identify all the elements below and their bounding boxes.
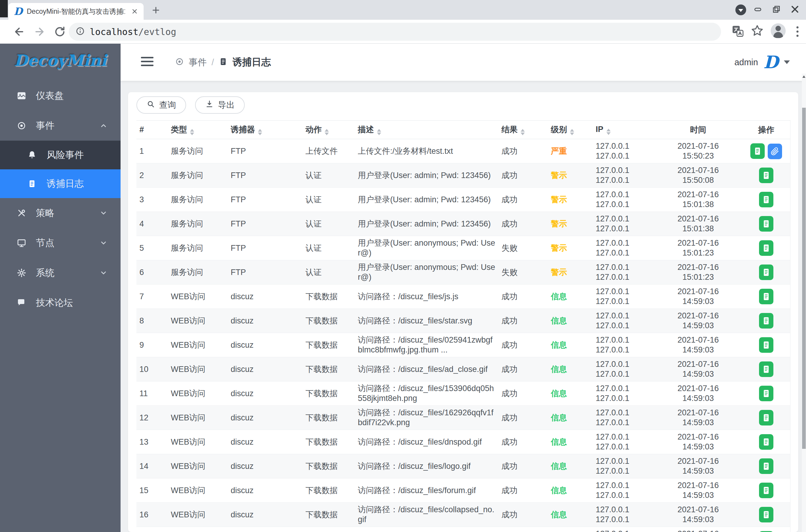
cell-ip: 127.0.0.1127.0.0.1 (593, 236, 654, 260)
cell-num: 9 (136, 333, 168, 357)
view-detail-button[interactable] (759, 410, 773, 425)
cell-ops (742, 139, 790, 164)
column-header-num: # (136, 120, 168, 139)
chevron-down-icon (100, 269, 108, 277)
cell-desc: 访问路径：/discuz_files/dnspod.gif (355, 430, 498, 454)
table-row: 5服务访问FTP认证用户登录(User: anonymous; Pwd: Use… (136, 236, 790, 260)
browser-tab[interactable]: D DecoyMini-智能仿真与攻击诱捕□ (8, 3, 143, 20)
view-detail-button[interactable] (759, 313, 773, 328)
cell-level: 信息 (548, 381, 593, 406)
view-detail-button[interactable] (759, 216, 773, 232)
sort-icon[interactable] (325, 129, 329, 135)
query-button[interactable]: 查询 (136, 96, 186, 114)
profile-avatar[interactable] (771, 23, 786, 38)
minimize-button[interactable] (749, 2, 767, 17)
cell-trap: discuz (228, 406, 303, 430)
user-menu[interactable]: admin D (734, 44, 790, 81)
view-detail-button[interactable] (759, 337, 773, 353)
scrollbar-up-arrow[interactable] (802, 75, 805, 78)
forward-icon[interactable] (34, 26, 45, 39)
view-detail-button[interactable] (759, 458, 773, 474)
column-header-trap[interactable]: 诱捕器 (228, 120, 303, 139)
cell-ops (742, 381, 790, 406)
back-icon[interactable] (13, 26, 25, 39)
cell-ops (742, 454, 790, 478)
view-detail-button[interactable] (759, 192, 773, 207)
sidebar-item-dashboard[interactable]: 仪表盘 (0, 81, 120, 111)
column-header-type[interactable]: 类型 (168, 120, 228, 139)
column-header-desc[interactable]: 描述 (355, 120, 498, 139)
cell-result: 成功 (498, 527, 548, 532)
view-detail-button[interactable] (759, 434, 773, 450)
column-header-level[interactable]: 级别 (548, 120, 593, 139)
breadcrumb-section[interactable]: 事件 (189, 56, 207, 69)
sidebar-item-system[interactable]: 系统 (0, 258, 120, 288)
translate-icon[interactable] (731, 24, 744, 38)
target-icon (17, 121, 27, 131)
sort-icon[interactable] (377, 129, 381, 135)
sidebar-item-trap-logs[interactable]: 诱捕日志 (0, 169, 120, 198)
cell-action: 下载数据 (303, 503, 355, 527)
sort-icon[interactable] (521, 129, 525, 135)
cell-ip: 127.0.0.1127.0.0.1 (593, 454, 654, 478)
view-detail-button[interactable] (759, 507, 773, 522)
view-detail-button[interactable] (750, 143, 765, 159)
column-header-ops: 操作 (742, 120, 790, 139)
view-detail-button[interactable] (759, 168, 773, 183)
sort-icon[interactable] (258, 129, 262, 135)
cell-ops (742, 236, 790, 260)
level-badge: 警示 (551, 219, 567, 228)
sort-icon[interactable] (607, 129, 611, 135)
sort-icon[interactable] (570, 129, 574, 135)
content-card: 查询 导出 #类型诱捕器动作描述结果级别IP时间操作 1服务访问FTP上传文件上… (128, 92, 798, 532)
reload-icon[interactable] (54, 26, 66, 39)
cell-desc: 上传文件:/业务材料/test.txt (355, 139, 498, 164)
cell-num: 13 (136, 430, 168, 454)
scrollbar-thumb[interactable] (802, 108, 806, 449)
cell-action: 下载数据 (303, 309, 355, 333)
view-detail-button[interactable] (759, 386, 773, 401)
column-header-result[interactable]: 结果 (498, 120, 548, 139)
cell-time: 2021-07-1614:59:03 (654, 333, 742, 357)
cell-result: 成功 (498, 212, 548, 236)
table-row: 12WEB访问discuz下载数据访问路径：/discuz_files/1629… (136, 406, 790, 430)
cell-desc: 访问路径：/discuz_files/153906dq05h558jkjmt8e… (355, 381, 498, 406)
cell-ops (742, 164, 790, 188)
bookmark-star-icon[interactable] (750, 24, 764, 38)
screen: D DecoyMini-智能仿真与攻击诱捕□ localhost/evtlog (0, 0, 806, 532)
sidebar-toggle-icon[interactable] (141, 57, 153, 66)
level-badge: 信息 (551, 389, 567, 398)
sidebar-item-strategy[interactable]: 策略 (0, 198, 120, 228)
browser-menu-icon[interactable] (797, 26, 799, 37)
cell-ip: 127.0.0.1127.0.0.1 (593, 381, 654, 406)
sidebar-item-nodes[interactable]: 节点 (0, 228, 120, 258)
view-detail-button[interactable] (759, 289, 773, 304)
sidebar-item-events[interactable]: 事件 (0, 111, 120, 140)
column-header-action[interactable]: 动作 (303, 120, 355, 139)
sidebar-item-risk-events[interactable]: 风险事件 (0, 140, 120, 169)
close-button[interactable] (786, 2, 804, 17)
cell-action: 下载数据 (303, 333, 355, 357)
attachment-button[interactable] (768, 144, 782, 159)
cell-time: 2021-07-1614:59:03 (654, 478, 742, 503)
view-detail-button[interactable] (759, 240, 773, 256)
new-tab-button[interactable] (151, 5, 161, 16)
level-badge: 信息 (551, 437, 567, 446)
downloads-indicator[interactable] (735, 4, 746, 15)
sidebar-item-forum[interactable]: 技术论坛 (0, 288, 120, 318)
restore-button[interactable] (767, 2, 786, 17)
tab-close-icon[interactable] (131, 8, 138, 15)
column-header-ip[interactable]: IP (593, 120, 654, 139)
cell-num: 16 (136, 503, 168, 527)
view-detail-button[interactable] (759, 361, 773, 377)
url-bar[interactable]: localhost/evtlog (69, 23, 721, 41)
export-button[interactable]: 导出 (195, 96, 245, 114)
view-detail-button[interactable] (759, 265, 773, 280)
target-icon (175, 57, 184, 67)
site-info-icon[interactable] (75, 26, 85, 37)
cell-result: 成功 (498, 333, 548, 357)
view-detail-button[interactable] (759, 482, 773, 498)
cell-num: 7 (136, 285, 168, 309)
chevron-down-icon (738, 9, 743, 12)
sort-icon[interactable] (190, 129, 194, 135)
